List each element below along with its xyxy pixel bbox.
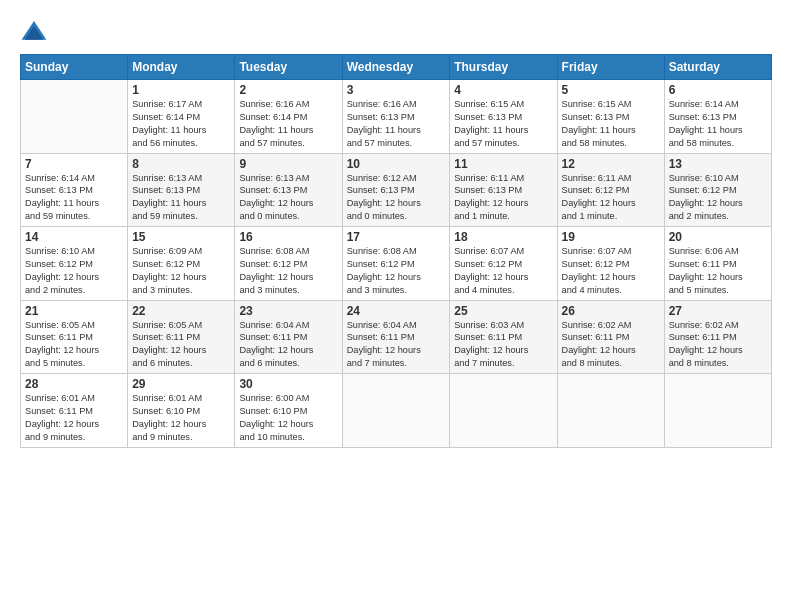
calendar-header-saturday: Saturday [664, 55, 771, 80]
day-info: Sunrise: 6:11 AM Sunset: 6:13 PM Dayligh… [454, 172, 552, 224]
day-number: 23 [239, 304, 337, 318]
logo-icon [20, 18, 48, 46]
calendar-week-2: 7Sunrise: 6:14 AM Sunset: 6:13 PM Daylig… [21, 153, 772, 227]
day-number: 30 [239, 377, 337, 391]
calendar-cell: 8Sunrise: 6:13 AM Sunset: 6:13 PM Daylig… [128, 153, 235, 227]
day-info: Sunrise: 6:10 AM Sunset: 6:12 PM Dayligh… [669, 172, 767, 224]
day-info: Sunrise: 6:16 AM Sunset: 6:13 PM Dayligh… [347, 98, 446, 150]
page: SundayMondayTuesdayWednesdayThursdayFrid… [0, 0, 792, 612]
day-number: 14 [25, 230, 123, 244]
day-number: 21 [25, 304, 123, 318]
calendar-cell: 4Sunrise: 6:15 AM Sunset: 6:13 PM Daylig… [450, 80, 557, 154]
day-number: 9 [239, 157, 337, 171]
day-info: Sunrise: 6:09 AM Sunset: 6:12 PM Dayligh… [132, 245, 230, 297]
calendar-cell: 22Sunrise: 6:05 AM Sunset: 6:11 PM Dayli… [128, 300, 235, 374]
day-number: 27 [669, 304, 767, 318]
calendar-cell: 30Sunrise: 6:00 AM Sunset: 6:10 PM Dayli… [235, 374, 342, 448]
day-info: Sunrise: 6:08 AM Sunset: 6:12 PM Dayligh… [347, 245, 446, 297]
day-info: Sunrise: 6:05 AM Sunset: 6:11 PM Dayligh… [132, 319, 230, 371]
day-number: 25 [454, 304, 552, 318]
calendar-cell: 13Sunrise: 6:10 AM Sunset: 6:12 PM Dayli… [664, 153, 771, 227]
day-number: 3 [347, 83, 446, 97]
day-info: Sunrise: 6:14 AM Sunset: 6:13 PM Dayligh… [25, 172, 123, 224]
day-info: Sunrise: 6:13 AM Sunset: 6:13 PM Dayligh… [239, 172, 337, 224]
day-info: Sunrise: 6:01 AM Sunset: 6:11 PM Dayligh… [25, 392, 123, 444]
calendar-cell: 24Sunrise: 6:04 AM Sunset: 6:11 PM Dayli… [342, 300, 450, 374]
calendar-cell: 27Sunrise: 6:02 AM Sunset: 6:11 PM Dayli… [664, 300, 771, 374]
calendar-week-3: 14Sunrise: 6:10 AM Sunset: 6:12 PM Dayli… [21, 227, 772, 301]
calendar-header-row: SundayMondayTuesdayWednesdayThursdayFrid… [21, 55, 772, 80]
day-number: 15 [132, 230, 230, 244]
calendar-cell: 2Sunrise: 6:16 AM Sunset: 6:14 PM Daylig… [235, 80, 342, 154]
day-info: Sunrise: 6:01 AM Sunset: 6:10 PM Dayligh… [132, 392, 230, 444]
day-info: Sunrise: 6:03 AM Sunset: 6:11 PM Dayligh… [454, 319, 552, 371]
calendar-cell: 26Sunrise: 6:02 AM Sunset: 6:11 PM Dayli… [557, 300, 664, 374]
day-info: Sunrise: 6:05 AM Sunset: 6:11 PM Dayligh… [25, 319, 123, 371]
day-info: Sunrise: 6:06 AM Sunset: 6:11 PM Dayligh… [669, 245, 767, 297]
calendar-cell: 29Sunrise: 6:01 AM Sunset: 6:10 PM Dayli… [128, 374, 235, 448]
calendar-cell: 3Sunrise: 6:16 AM Sunset: 6:13 PM Daylig… [342, 80, 450, 154]
calendar-cell: 6Sunrise: 6:14 AM Sunset: 6:13 PM Daylig… [664, 80, 771, 154]
day-info: Sunrise: 6:07 AM Sunset: 6:12 PM Dayligh… [562, 245, 660, 297]
calendar-cell: 21Sunrise: 6:05 AM Sunset: 6:11 PM Dayli… [21, 300, 128, 374]
day-number: 4 [454, 83, 552, 97]
calendar-week-5: 28Sunrise: 6:01 AM Sunset: 6:11 PM Dayli… [21, 374, 772, 448]
day-number: 17 [347, 230, 446, 244]
day-info: Sunrise: 6:07 AM Sunset: 6:12 PM Dayligh… [454, 245, 552, 297]
day-number: 19 [562, 230, 660, 244]
calendar-cell: 14Sunrise: 6:10 AM Sunset: 6:12 PM Dayli… [21, 227, 128, 301]
calendar-cell: 12Sunrise: 6:11 AM Sunset: 6:12 PM Dayli… [557, 153, 664, 227]
day-number: 6 [669, 83, 767, 97]
calendar-cell: 17Sunrise: 6:08 AM Sunset: 6:12 PM Dayli… [342, 227, 450, 301]
day-info: Sunrise: 6:04 AM Sunset: 6:11 PM Dayligh… [239, 319, 337, 371]
calendar-cell: 7Sunrise: 6:14 AM Sunset: 6:13 PM Daylig… [21, 153, 128, 227]
day-number: 1 [132, 83, 230, 97]
day-number: 29 [132, 377, 230, 391]
calendar-header-wednesday: Wednesday [342, 55, 450, 80]
day-number: 8 [132, 157, 230, 171]
calendar-cell: 20Sunrise: 6:06 AM Sunset: 6:11 PM Dayli… [664, 227, 771, 301]
calendar-week-4: 21Sunrise: 6:05 AM Sunset: 6:11 PM Dayli… [21, 300, 772, 374]
day-info: Sunrise: 6:04 AM Sunset: 6:11 PM Dayligh… [347, 319, 446, 371]
day-info: Sunrise: 6:00 AM Sunset: 6:10 PM Dayligh… [239, 392, 337, 444]
day-number: 10 [347, 157, 446, 171]
calendar: SundayMondayTuesdayWednesdayThursdayFrid… [20, 54, 772, 448]
day-number: 24 [347, 304, 446, 318]
day-number: 16 [239, 230, 337, 244]
calendar-cell [450, 374, 557, 448]
day-info: Sunrise: 6:16 AM Sunset: 6:14 PM Dayligh… [239, 98, 337, 150]
day-number: 18 [454, 230, 552, 244]
day-info: Sunrise: 6:13 AM Sunset: 6:13 PM Dayligh… [132, 172, 230, 224]
calendar-cell: 15Sunrise: 6:09 AM Sunset: 6:12 PM Dayli… [128, 227, 235, 301]
day-info: Sunrise: 6:17 AM Sunset: 6:14 PM Dayligh… [132, 98, 230, 150]
day-number: 11 [454, 157, 552, 171]
day-info: Sunrise: 6:11 AM Sunset: 6:12 PM Dayligh… [562, 172, 660, 224]
calendar-cell: 11Sunrise: 6:11 AM Sunset: 6:13 PM Dayli… [450, 153, 557, 227]
logo [20, 18, 52, 46]
day-info: Sunrise: 6:14 AM Sunset: 6:13 PM Dayligh… [669, 98, 767, 150]
calendar-cell: 23Sunrise: 6:04 AM Sunset: 6:11 PM Dayli… [235, 300, 342, 374]
calendar-header-sunday: Sunday [21, 55, 128, 80]
calendar-cell [664, 374, 771, 448]
day-info: Sunrise: 6:10 AM Sunset: 6:12 PM Dayligh… [25, 245, 123, 297]
calendar-cell [342, 374, 450, 448]
calendar-header-tuesday: Tuesday [235, 55, 342, 80]
calendar-cell: 19Sunrise: 6:07 AM Sunset: 6:12 PM Dayli… [557, 227, 664, 301]
calendar-header-friday: Friday [557, 55, 664, 80]
calendar-cell: 18Sunrise: 6:07 AM Sunset: 6:12 PM Dayli… [450, 227, 557, 301]
day-info: Sunrise: 6:15 AM Sunset: 6:13 PM Dayligh… [562, 98, 660, 150]
calendar-cell [21, 80, 128, 154]
day-info: Sunrise: 6:12 AM Sunset: 6:13 PM Dayligh… [347, 172, 446, 224]
day-number: 22 [132, 304, 230, 318]
calendar-cell: 16Sunrise: 6:08 AM Sunset: 6:12 PM Dayli… [235, 227, 342, 301]
calendar-cell: 9Sunrise: 6:13 AM Sunset: 6:13 PM Daylig… [235, 153, 342, 227]
day-number: 2 [239, 83, 337, 97]
day-number: 7 [25, 157, 123, 171]
calendar-header-thursday: Thursday [450, 55, 557, 80]
day-info: Sunrise: 6:08 AM Sunset: 6:12 PM Dayligh… [239, 245, 337, 297]
day-number: 28 [25, 377, 123, 391]
calendar-cell: 25Sunrise: 6:03 AM Sunset: 6:11 PM Dayli… [450, 300, 557, 374]
day-info: Sunrise: 6:02 AM Sunset: 6:11 PM Dayligh… [562, 319, 660, 371]
header [20, 18, 772, 46]
day-info: Sunrise: 6:02 AM Sunset: 6:11 PM Dayligh… [669, 319, 767, 371]
